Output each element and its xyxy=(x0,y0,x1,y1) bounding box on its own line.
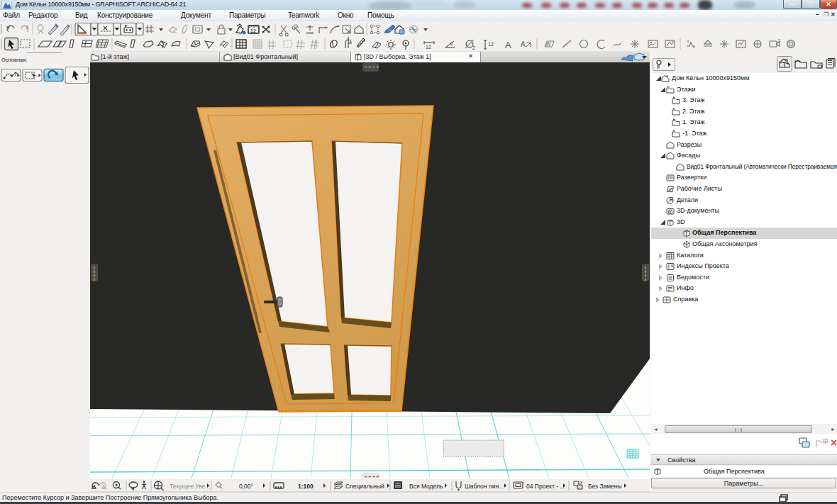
svg-text:12: 12 xyxy=(488,42,494,47)
svg-text:12: 12 xyxy=(250,28,256,33)
svg-text:12: 12 xyxy=(426,45,431,50)
svg-text:A: A xyxy=(505,40,511,50)
svg-text:2: 2 xyxy=(778,38,781,43)
svg-text:A: A xyxy=(521,40,526,48)
svg-text:α: α xyxy=(450,41,453,46)
svg-text:2: 2 xyxy=(472,45,475,50)
